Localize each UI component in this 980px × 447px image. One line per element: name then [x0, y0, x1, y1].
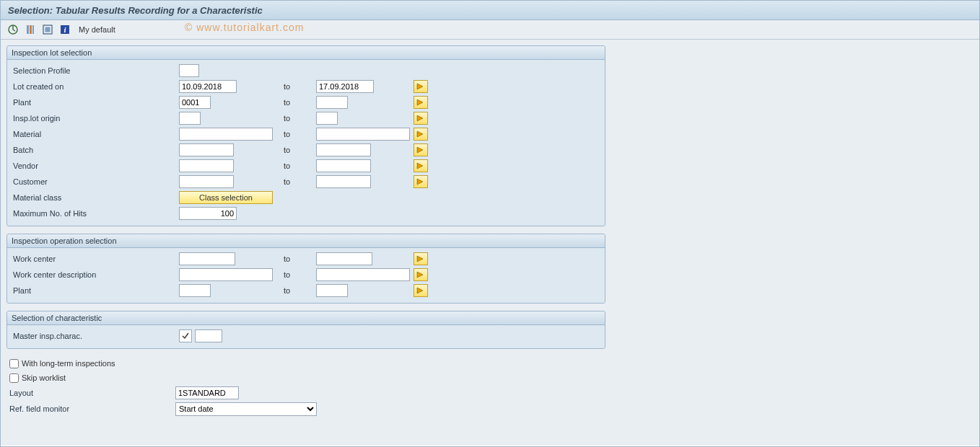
label-insp-lot-origin: Insp.lot origin [13, 114, 179, 123]
with-long-term-inspections-checkbox[interactable] [9, 359, 19, 368]
to-label: to [284, 98, 316, 107]
ref-field-monitor-select[interactable]: Start date [175, 402, 317, 416]
svg-rect-1 [27, 25, 29, 34]
to-label: to [284, 130, 316, 138]
information-icon[interactable]: i [58, 23, 71, 36]
label-batch: Batch [13, 146, 179, 154]
customer-high-input[interactable] [316, 175, 371, 188]
plant-high-input[interactable] [316, 96, 348, 109]
label-selection-profile: Selection Profile [13, 66, 179, 75]
watermark-text: © www.tutorialkart.com [185, 22, 304, 33]
multiple-selection-button[interactable] [414, 159, 428, 172]
plant-low-input[interactable] [179, 96, 211, 109]
multiple-selection-button[interactable] [414, 252, 428, 265]
multiple-selection-button[interactable] [414, 284, 428, 297]
customer-low-input[interactable] [179, 175, 234, 188]
to-label: to [284, 161, 316, 170]
label-ref-field-monitor: Ref. field monitor [9, 404, 175, 413]
lot-created-high-input[interactable] [316, 80, 374, 93]
work-center-high-input[interactable] [316, 252, 372, 265]
lot-created-low-input[interactable] [179, 80, 237, 93]
class-selection-button[interactable]: Class selection [179, 191, 273, 204]
group-inspection-operation-selection: Inspection operation selection Work cent… [6, 234, 605, 304]
multiple-selection-button[interactable] [414, 112, 428, 125]
origin-low-input[interactable] [179, 112, 201, 125]
to-label: to [284, 114, 316, 123]
variant-get-icon[interactable] [24, 23, 37, 36]
skip-worklist-label: Skip worklist [22, 373, 66, 382]
group-inspection-lot-selection: Inspection lot selection Selection Profi… [6, 45, 605, 226]
to-label: to [284, 82, 316, 91]
label-plant: Plant [13, 98, 179, 107]
label-customer: Customer [13, 177, 179, 186]
app-toolbar: i My default © www.tutorialkart.com [1, 20, 979, 40]
vendor-high-input[interactable] [316, 159, 371, 172]
required-entry-icon [179, 329, 192, 342]
material-high-input[interactable] [316, 128, 410, 141]
vendor-low-input[interactable] [179, 159, 234, 172]
group-header: Inspection lot selection [7, 46, 605, 60]
page-title: Selection: Tabular Results Recording for… [8, 5, 972, 16]
label-work-center: Work center [13, 255, 179, 263]
label-material: Material [13, 130, 179, 138]
multiple-selection-button[interactable] [414, 96, 428, 109]
multiple-selection-button[interactable] [414, 175, 428, 188]
svg-rect-3 [32, 25, 34, 34]
work-center-low-input[interactable] [179, 252, 235, 265]
label-layout: Layout [9, 389, 175, 397]
selection-profile-input[interactable] [179, 64, 199, 77]
svg-rect-5 [45, 27, 51, 32]
plant2-low-input[interactable] [179, 284, 211, 297]
wc-desc-low-input[interactable] [179, 268, 273, 281]
group-selection-of-characteristic: Selection of characteristic Master insp.… [6, 311, 605, 349]
execute-icon[interactable] [6, 23, 19, 36]
layout-input[interactable] [175, 386, 239, 399]
my-default-button[interactable]: My default [79, 25, 115, 34]
content-area: Inspection lot selection Selection Profi… [1, 40, 979, 446]
multiple-selection-button[interactable] [414, 128, 428, 141]
misc-options: With long-term inspections Skip worklist… [6, 356, 605, 417]
label-lot-created: Lot created on [13, 82, 179, 91]
wc-desc-high-input[interactable] [316, 268, 410, 281]
svg-rect-2 [30, 25, 32, 34]
group-header: Inspection operation selection [7, 234, 605, 248]
plant2-high-input[interactable] [316, 284, 348, 297]
label-master-insp-charac: Master insp.charac. [13, 332, 179, 340]
selection-options-icon[interactable] [41, 23, 54, 36]
to-label: to [284, 270, 316, 279]
multiple-selection-button[interactable] [414, 143, 428, 156]
master-charac-input[interactable] [195, 329, 222, 342]
batch-high-input[interactable] [316, 143, 371, 156]
max-hits-input[interactable] [179, 207, 237, 220]
label-max-hits: Maximum No. of Hits [13, 209, 179, 218]
material-low-input[interactable] [179, 128, 273, 141]
label-work-center-description: Work center description [13, 270, 179, 279]
with-long-term-inspections-label: With long-term inspections [22, 359, 115, 368]
to-label: to [284, 286, 316, 295]
multiple-selection-button[interactable] [414, 268, 428, 281]
origin-high-input[interactable] [316, 112, 338, 125]
group-header: Selection of characteristic [7, 311, 605, 325]
to-label: to [284, 255, 316, 263]
skip-worklist-checkbox[interactable] [9, 373, 19, 383]
title-bar: Selection: Tabular Results Recording for… [1, 1, 979, 20]
multiple-selection-button[interactable] [414, 80, 428, 93]
label-material-class: Material class [13, 193, 179, 202]
batch-low-input[interactable] [179, 143, 234, 156]
label-plant2: Plant [13, 286, 179, 295]
to-label: to [284, 177, 316, 186]
to-label: to [284, 146, 316, 154]
label-vendor: Vendor [13, 161, 179, 170]
